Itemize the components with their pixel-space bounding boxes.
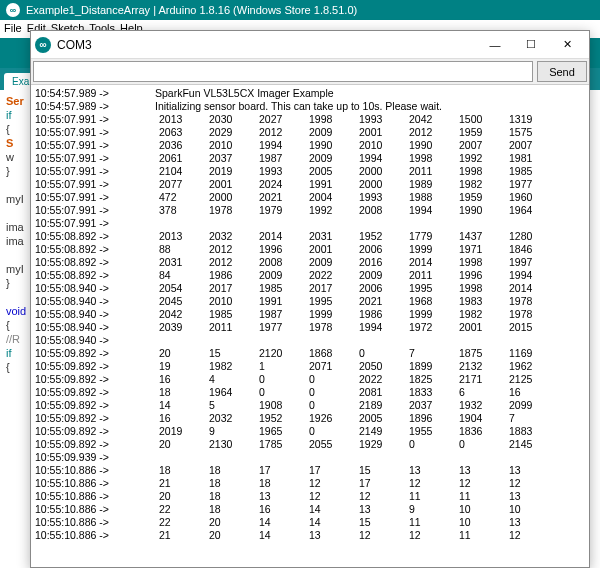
data-cell: 1995: [405, 282, 455, 295]
data-cell: 10: [455, 503, 505, 516]
close-icon[interactable]: ✕: [549, 33, 585, 57]
data-cell: 2011: [205, 321, 255, 334]
data-cell: 12: [505, 529, 555, 542]
data-cell: 13: [305, 529, 355, 542]
data-cell: 2022: [305, 269, 355, 282]
data-cell: 0: [255, 373, 305, 386]
data-cell: 1972: [405, 321, 455, 334]
menu-file[interactable]: File: [4, 22, 22, 34]
data-cell: 2050: [355, 360, 405, 373]
data-cell: 12: [355, 490, 405, 503]
data-cell: 1998: [405, 152, 455, 165]
data-cell: 2037: [405, 399, 455, 412]
data-cell: 2054: [155, 282, 205, 295]
serial-line: 10:55:07.991 ->3781978197919922008199419…: [35, 204, 585, 217]
data-cell: 2029: [205, 126, 255, 139]
data-cell: 20: [205, 516, 255, 529]
data-cell: 12: [505, 477, 555, 490]
timestamp: 10:55:08.940 ->: [35, 321, 155, 334]
data-cell: 2011: [405, 165, 455, 178]
data-cell: 1904: [455, 412, 505, 425]
data-cell: 1986: [355, 308, 405, 321]
serial-line: 10:55:07.991 ->: [35, 217, 585, 230]
data-cell: 1993: [255, 165, 305, 178]
data-cell: 2024: [255, 178, 305, 191]
data-cell: 2016: [355, 256, 405, 269]
timestamp: 10:55:10.886 ->: [35, 464, 155, 477]
data-cell: 1982: [205, 360, 255, 373]
data-cell: 2063: [155, 126, 205, 139]
data-cell: 1999: [305, 308, 355, 321]
data-cell: 1985: [205, 308, 255, 321]
timestamp: 10:55:09.939 ->: [35, 451, 155, 464]
data-cell: 11: [455, 490, 505, 503]
timestamp: 10:55:07.991 ->: [35, 165, 155, 178]
data-cell: 1979: [255, 204, 305, 217]
serial-line: 10:55:09.892 ->1919821207120501899213219…: [35, 360, 585, 373]
data-cell: 84: [155, 269, 205, 282]
data-cell: 1968: [405, 295, 455, 308]
data-cell: 15: [355, 464, 405, 477]
data-cell: 2014: [505, 282, 555, 295]
timestamp: 10:55:09.892 ->: [35, 347, 155, 360]
data-cell: 1999: [405, 308, 455, 321]
send-button[interactable]: Send: [537, 61, 587, 82]
data-cell: 1960: [505, 191, 555, 204]
serial-line: 10:55:07.991 ->2063202920122009200120121…: [35, 126, 585, 139]
data-values: 20612037198720091994199819921981: [155, 152, 555, 165]
data-cell: 12: [305, 490, 355, 503]
minimize-icon[interactable]: —: [477, 33, 513, 57]
data-cell: 1875: [455, 347, 505, 360]
data-cell: 2149: [355, 425, 405, 438]
data-cell: 2071: [305, 360, 355, 373]
maximize-icon[interactable]: ☐: [513, 33, 549, 57]
data-cell: 19: [155, 360, 205, 373]
data-cell: 18: [205, 503, 255, 516]
data-cell: 21: [155, 477, 205, 490]
data-cell: 2145: [505, 438, 555, 451]
serial-line: 10:55:07.991 ->2077200120241991200019891…: [35, 178, 585, 191]
data-cell: 2019: [155, 425, 205, 438]
data-cell: 2031: [305, 230, 355, 243]
data-cell: 9: [405, 503, 455, 516]
serial-line: 10:55:08.940 ->2039201119771978199419722…: [35, 321, 585, 334]
data-cell: 2014: [405, 256, 455, 269]
data-cell: 1926: [305, 412, 355, 425]
data-cell: 1964: [205, 386, 255, 399]
serial-input[interactable]: [33, 61, 533, 82]
data-cell: 1971: [455, 243, 505, 256]
data-cell: 2000: [205, 191, 255, 204]
data-cell: 1988: [405, 191, 455, 204]
data-cell: 13: [505, 490, 555, 503]
serial-output[interactable]: 10:54:57.989 ->SparkFun VL53L5CX Imager …: [31, 85, 589, 567]
data-cell: 2010: [205, 295, 255, 308]
data-cell: 2014: [255, 230, 305, 243]
data-cell: 18: [155, 386, 205, 399]
data-cell: 2010: [355, 139, 405, 152]
serial-input-row: Send: [31, 59, 589, 85]
serial-titlebar[interactable]: ∞ COM3 — ☐ ✕: [31, 31, 589, 59]
data-cell: 2006: [355, 282, 405, 295]
serial-line: 10:55:09.892 ->2019919650214919551836188…: [35, 425, 585, 438]
data-cell: 1977: [505, 178, 555, 191]
serial-line: 10:55:10.886 ->2220141415111013: [35, 516, 585, 529]
data-cell: 14: [305, 516, 355, 529]
timestamp: 10:55:08.892 ->: [35, 243, 155, 256]
data-cell: 17: [255, 464, 305, 477]
data-cell: 1929: [355, 438, 405, 451]
arduino-logo-icon: ∞: [35, 37, 51, 53]
data-cell: 1993: [355, 191, 405, 204]
data-cell: 2037: [205, 152, 255, 165]
data-cell: 2061: [155, 152, 205, 165]
serial-line: 10:55:08.892 ->2013203220142031195217791…: [35, 230, 585, 243]
data-cell: 15: [355, 516, 405, 529]
data-cell: 1993: [355, 113, 405, 126]
data-cell: 16: [155, 412, 205, 425]
data-cell: 2004: [305, 191, 355, 204]
data-cell: 0: [405, 438, 455, 451]
data-values: 882012199620012006199919711846: [155, 243, 555, 256]
data-cell: 2013: [155, 230, 205, 243]
data-cell: 2104: [155, 165, 205, 178]
timestamp: 10:55:09.892 ->: [35, 386, 155, 399]
data-cell: 12: [305, 477, 355, 490]
